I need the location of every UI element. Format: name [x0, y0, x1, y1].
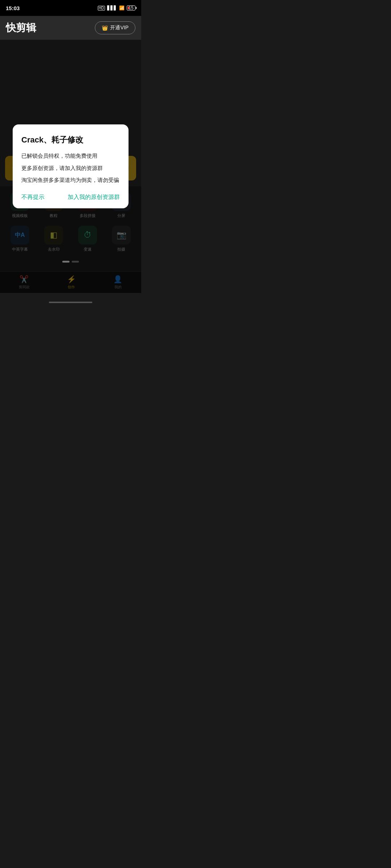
status-icons: HD ▋▋▋ 📶 15 [98, 5, 135, 10]
crown-icon: 👑 [102, 25, 108, 31]
dialog: Crack、耗子修改 已解锁会员特权，功能免费使用 更多原创资源，请加入我的资源… [13, 124, 129, 208]
dialog-title: Crack、耗子修改 [21, 135, 120, 145]
home-gesture-bar [49, 302, 92, 303]
dialog-line-1: 已解锁会员特权，功能免费使用 [21, 151, 120, 161]
app-title: 快剪辑 [6, 21, 36, 35]
wifi-icon: 📶 [119, 5, 125, 10]
dismiss-button[interactable]: 不再提示 [21, 193, 45, 201]
dialog-body: 已解锁会员特权，功能免费使用 更多原创资源，请加入我的资源群 淘宝闲鱼拼多多渠道… [21, 151, 120, 185]
vip-button[interactable]: 👑 开通VIP [95, 21, 135, 34]
dialog-backdrop: Crack、耗子修改 已解锁会员特权，功能免费使用 更多原创资源，请加入我的资源… [0, 40, 141, 293]
dialog-line-2: 更多原创资源，请加入我的资源群 [21, 163, 120, 173]
status-time: 15:03 [6, 5, 20, 11]
battery-icon: 15 [127, 5, 135, 10]
vip-button-text: 开通VIP [110, 25, 129, 31]
join-button[interactable]: 加入我的原创资源群 [68, 193, 120, 201]
hd-badge: HD [98, 6, 105, 10]
dialog-line-3: 淘宝闲鱼拼多多渠道均为倒卖，请勿受骗 [21, 175, 120, 185]
status-bar: 15:03 HD ▋▋▋ 📶 15 [0, 0, 141, 16]
battery-level: 15 [129, 5, 133, 10]
app-header: 快剪辑 👑 开通VIP [0, 16, 141, 40]
dialog-actions: 不再提示 加入我的原创资源群 [21, 193, 120, 201]
signal-icon: ▋▋▋ [107, 5, 117, 10]
main-area: 开始创作 📷 ⊞ 视频模板 📦 教程 [0, 40, 141, 293]
